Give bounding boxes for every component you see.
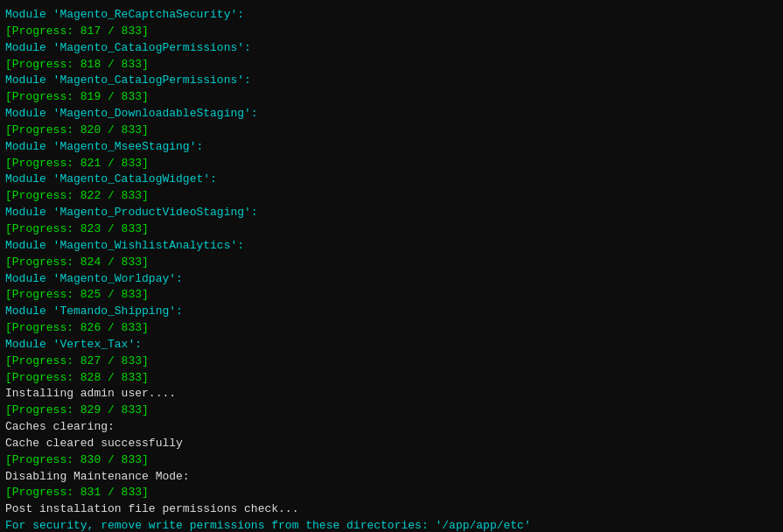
terminal-line: Module 'Magento_ProductVideoStaging': — [5, 205, 778, 221]
terminal-line: Caches clearing: — [5, 419, 778, 436]
terminal-line: [Progress: 828 / 833] — [5, 370, 778, 387]
terminal-line: [Progress: 817 / 833] — [5, 24, 778, 40]
terminal-line: Module 'Magento_CatalogPermissions': — [5, 73, 778, 89]
terminal-line: Module 'Magento_Worldpay': — [5, 271, 778, 288]
terminal-line: [Progress: 829 / 833] — [5, 402, 778, 419]
terminal-line: [Progress: 831 / 833] — [5, 485, 778, 501]
terminal-line: Disabling Maintenance Mode: — [5, 469, 778, 486]
terminal-line: Cache cleared successfully — [5, 436, 778, 452]
terminal-line: Module 'Magento_CatalogPermissions': — [5, 40, 778, 57]
terminal-line: Module 'Temando_Shipping': — [5, 304, 778, 320]
terminal-line: Module 'Vertex_Tax': — [5, 337, 778, 354]
terminal-line: [Progress: 819 / 833] — [5, 89, 778, 106]
terminal-line: [Progress: 830 / 833] — [5, 452, 778, 469]
terminal-line: Post installation file permissions check… — [5, 501, 778, 518]
terminal-line: [Progress: 823 / 833] — [5, 221, 778, 238]
terminal-line: Installing admin user.... — [5, 386, 778, 402]
terminal-line: [Progress: 825 / 833] — [5, 287, 778, 304]
terminal-line: [Progress: 824 / 833] — [5, 255, 778, 271]
terminal-line: [Progress: 827 / 833] — [5, 354, 778, 370]
terminal-line: [Progress: 821 / 833] — [5, 156, 778, 172]
terminal-line: Module 'Magento_WishlistAnalytics': — [5, 238, 778, 255]
terminal-line: Module 'Magento_ReCaptchaSecurity': — [5, 7, 778, 24]
terminal: Module 'Magento_ReCaptchaSecurity':[Prog… — [0, 0, 783, 532]
terminal-line: [Progress: 818 / 833] — [5, 57, 778, 74]
terminal-line: Module 'Magento_MseeStaging': — [5, 139, 778, 156]
terminal-line: Module 'Magento_CatalogWidget': — [5, 172, 778, 188]
terminal-line: [Progress: 822 / 833] — [5, 188, 778, 205]
terminal-line: [Progress: 826 / 833] — [5, 320, 778, 337]
terminal-line: [Progress: 820 / 833] — [5, 122, 778, 139]
terminal-line: For security, remove write permissions f… — [5, 518, 778, 532]
terminal-line: Module 'Magento_DownloadableStaging': — [5, 106, 778, 122]
